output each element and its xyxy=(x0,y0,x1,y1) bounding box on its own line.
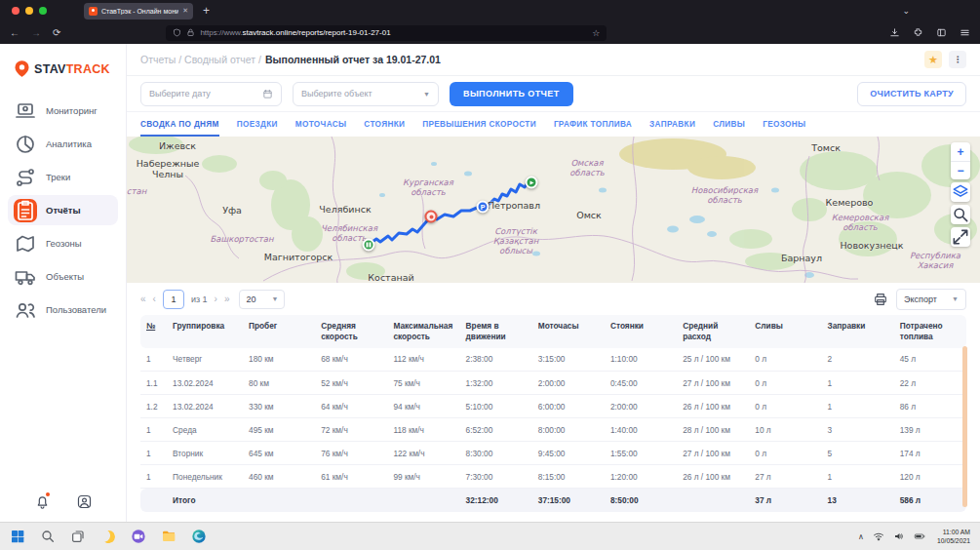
export-dropdown[interactable]: Экспорт ▼ xyxy=(896,289,966,310)
page-number-input[interactable]: 1 xyxy=(163,290,184,309)
table-row[interactable]: 1Понедельник460 км61 км/ч99 км/ч7:30:008… xyxy=(140,465,966,489)
vertical-scrollbar[interactable] xyxy=(962,346,967,507)
tab-5[interactable]: ПРЕВЫШЕНИЯ СКОРОСТИ xyxy=(422,120,536,137)
tab-2[interactable]: ПОЕЗДКИ xyxy=(237,120,278,137)
parking-marker[interactable]: P xyxy=(477,201,490,214)
task-view-icon[interactable] xyxy=(70,529,86,544)
map-canvas xyxy=(127,137,980,283)
table-header-cell: Максимальная скорость xyxy=(387,315,459,348)
last-page-button[interactable]: » xyxy=(224,294,230,304)
map-search-button[interactable] xyxy=(951,205,970,224)
clear-map-button[interactable]: ОЧИСТИТЬ КАРТУ xyxy=(857,82,966,106)
table-cell: 32:12:00 xyxy=(460,489,532,512)
stop-marker[interactable] xyxy=(425,211,438,223)
file-explorer-icon[interactable] xyxy=(161,529,176,544)
reload-button[interactable]: ⟳ xyxy=(53,27,60,38)
window-controls[interactable] xyxy=(0,7,57,15)
table-row[interactable]: 1Вторник645 км76 км/ч122 км/ч8:30:009:45… xyxy=(140,442,966,465)
tab-close-icon[interactable]: ✕ xyxy=(182,7,188,15)
sidebar-item-geozones[interactable]: Геозоны xyxy=(8,228,118,258)
object-select[interactable]: Выберите объект ▼ xyxy=(293,82,439,106)
start-button-icon[interactable] xyxy=(10,529,25,544)
bookmark-star-icon[interactable]: ☆ xyxy=(592,28,600,38)
close-window-button[interactable] xyxy=(12,7,20,15)
start-marker[interactable] xyxy=(526,177,538,189)
new-tab-button[interactable]: + xyxy=(203,5,210,17)
run-report-button[interactable]: ВЫПОЛНИТЬ ОТЧЕТ xyxy=(450,82,573,106)
table-row[interactable]: 1Среда495 км72 км/ч118 км/ч6:52:008:00:0… xyxy=(140,418,966,442)
tab-4[interactable]: СТОЯНКИ xyxy=(364,120,405,137)
taskbar-search-icon[interactable] xyxy=(40,529,56,544)
sidebar-panel-icon[interactable] xyxy=(936,27,947,38)
browser-tab[interactable]: СтавТрэк - Онлайн мониторин ✕ xyxy=(84,3,193,20)
battery-icon[interactable] xyxy=(914,530,925,542)
date-picker-input[interactable]: Выберите дату xyxy=(140,82,282,106)
sidebar-item-tracks[interactable]: Треки xyxy=(8,162,118,192)
tray-chevron-icon[interactable]: ∧ xyxy=(858,532,864,541)
layers-button[interactable] xyxy=(951,182,970,202)
minimize-window-button[interactable] xyxy=(25,7,33,15)
table-cell: 64 км/ч xyxy=(315,395,387,418)
table-cell xyxy=(315,489,387,512)
url-bar[interactable]: https://www.stavtrack.online/reports/rep… xyxy=(166,25,607,41)
print-icon[interactable] xyxy=(873,292,888,307)
pause-marker[interactable] xyxy=(363,239,375,252)
forward-button[interactable]: → xyxy=(31,27,41,38)
table-cell: 68 км/ч xyxy=(315,348,387,372)
fullscreen-button[interactable] xyxy=(951,227,970,247)
lock-icon[interactable] xyxy=(186,28,195,37)
stavtrack-favicon xyxy=(89,7,98,16)
account-icon[interactable] xyxy=(76,493,93,510)
tab-9[interactable]: ГЕОЗОНЫ xyxy=(763,120,805,137)
table-header-cell: Заправки xyxy=(822,315,894,348)
sidebar-item-reports[interactable]: Отчёты xyxy=(8,195,118,225)
tab-6[interactable]: ГРАФИК ТОПЛИВА xyxy=(554,120,632,137)
page-title: Выполненный отчет за 19.01-27.01 xyxy=(265,54,441,65)
menu-icon[interactable] xyxy=(960,27,970,38)
next-page-button[interactable]: › xyxy=(215,294,217,304)
wifi-icon[interactable] xyxy=(873,530,884,542)
page-size-select[interactable]: 20 ▼ xyxy=(239,290,285,309)
table-cell: 2 xyxy=(822,348,894,372)
back-button[interactable]: ← xyxy=(10,27,20,38)
first-page-button[interactable]: « xyxy=(140,294,146,304)
sidebar-item-users[interactable]: Пользователи xyxy=(8,295,118,325)
table-cell: Понедельник xyxy=(167,465,243,489)
kebab-menu-icon[interactable]: ⋮ xyxy=(949,51,966,68)
tab-8[interactable]: СЛИВЫ xyxy=(713,120,745,137)
stavtrack-logo[interactable]: STAVTRACK xyxy=(0,44,126,84)
download-icon[interactable] xyxy=(889,27,900,38)
table-cell: 1 xyxy=(822,395,894,418)
table-cell xyxy=(387,489,459,512)
table-total-row[interactable]: Итого32:12:0037:15:008:50:0037 л13586 л xyxy=(140,489,966,512)
prev-page-button[interactable]: ‹ xyxy=(153,294,156,304)
breadcrumb[interactable]: Отчеты / Сводный отчет / xyxy=(140,54,261,65)
shield-icon[interactable] xyxy=(173,28,181,37)
notifications-bell-icon[interactable] xyxy=(34,493,51,510)
tab-1[interactable]: СВОДКА ПО ДНЯМ xyxy=(140,120,219,137)
table-cell: 180 км xyxy=(243,348,315,372)
edge-browser-icon[interactable] xyxy=(191,529,207,544)
tab-list-chevron-icon[interactable]: ⌄ xyxy=(902,6,910,16)
zoom-out-button[interactable]: − xyxy=(951,161,970,179)
tab-7[interactable]: ЗАПРАВКИ xyxy=(649,120,695,137)
table-row[interactable]: 1.113.02.202480 км52 км/ч75 км/ч1:32:002… xyxy=(140,372,966,395)
moon-app-icon[interactable] xyxy=(100,529,116,544)
table-cell: 5 xyxy=(822,442,894,465)
sidebar-item-monitoring[interactable]: Мониторинг xyxy=(8,96,118,126)
clock[interactable]: 11:00 AM 10/05/2021 xyxy=(937,528,970,545)
extensions-icon[interactable] xyxy=(913,27,923,38)
map[interactable]: ИжевскНабережные ЧелныстанУфаБашкортоста… xyxy=(127,137,980,283)
table-cell: 1:32:00 xyxy=(460,372,532,395)
tab-3[interactable]: МОТОЧАСЫ xyxy=(295,120,347,137)
table-row[interactable]: 1.213.02.2024330 км64 км/ч94 км/ч5:10:00… xyxy=(140,395,966,418)
maximize-window-button[interactable] xyxy=(39,7,47,15)
zoom-in-button[interactable]: + xyxy=(951,142,970,161)
volume-icon[interactable] xyxy=(893,530,905,542)
sidebar-item-objects[interactable]: Объекты xyxy=(8,261,118,292)
video-app-icon[interactable] xyxy=(131,529,146,544)
table-row[interactable]: 1Четверг180 км68 км/ч112 км/ч2:38:003:15… xyxy=(140,348,966,372)
table-cell: 13.02.2024 xyxy=(167,395,243,418)
sidebar-item-analytics[interactable]: Аналитика xyxy=(8,129,118,159)
favorite-star-icon[interactable]: ★ xyxy=(924,51,942,68)
